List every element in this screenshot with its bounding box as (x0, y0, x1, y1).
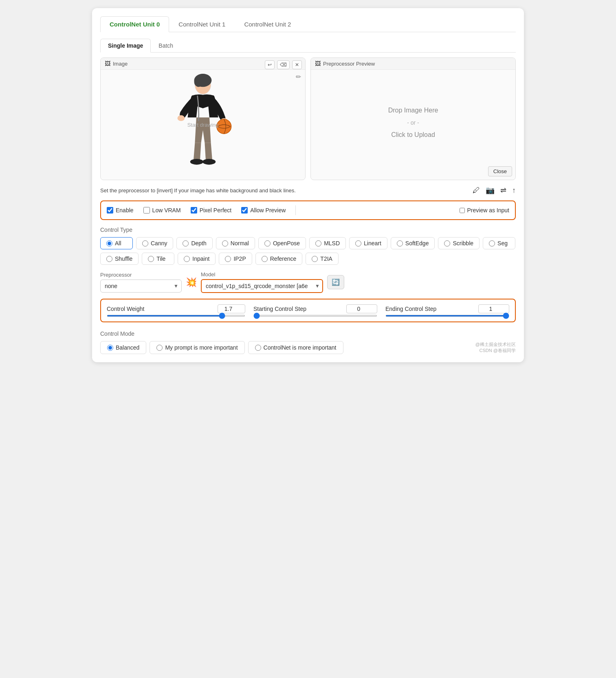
clear-button[interactable]: ⌫ (277, 60, 290, 69)
watermark-line2: CSDN @卷福同学 (475, 348, 516, 354)
arrows-icon[interactable]: ⇌ (500, 186, 506, 195)
starting-step-title: Starting Control Step (253, 306, 306, 312)
radio-ip2p-label: IP2P (233, 255, 246, 262)
radio-canny-label: Canny (151, 240, 167, 247)
ending-step-slider[interactable] (385, 315, 509, 317)
close-panel-button[interactable]: ✕ (292, 60, 302, 69)
ending-step-group: Ending Control Step (385, 304, 509, 317)
pixel-perfect-input[interactable] (191, 207, 197, 214)
preproc-model-row: Preprocessor none canny depth openpose ▼… (100, 271, 516, 293)
radio-t2ia[interactable]: T2IA (306, 253, 339, 265)
enable-label: Enable (116, 207, 134, 214)
preview-as-input-checkbox[interactable]: Preview as Input (460, 207, 510, 214)
mode-balanced[interactable]: Balanced (100, 341, 146, 354)
radio-lineart[interactable]: Lineart (349, 237, 387, 249)
radio-inpaint[interactable]: Inpaint (178, 253, 216, 265)
preprocessor-select[interactable]: none canny depth openpose (100, 280, 182, 293)
radio-scribble-label: Scribble (453, 240, 473, 247)
sliders-row: Control Weight Starting Control Step End… (100, 299, 516, 322)
radio-scribble[interactable]: Scribble (438, 237, 480, 249)
info-row: Set the preprocessor to [invert] If your… (100, 186, 516, 195)
allow-preview-checkbox[interactable]: Allow Preview (241, 207, 286, 214)
right-image-panel[interactable]: 🖼 Preprocessor Preview Drop Image Here -… (310, 57, 516, 180)
mode-prompt-input[interactable] (156, 345, 163, 351)
preprocessor-label: Preprocessor (100, 272, 182, 278)
mode-prompt[interactable]: My prompt is more important (150, 341, 244, 354)
control-mode-section: Control Mode Balanced My prompt is more … (100, 330, 516, 354)
close-button[interactable]: Close (488, 166, 512, 176)
mode-controlnet[interactable]: ControlNet is more important (248, 341, 343, 354)
low-vram-checkbox[interactable]: Low VRAM (143, 207, 181, 214)
undo-button[interactable]: ↩ (265, 60, 275, 69)
mode-balanced-input[interactable] (107, 345, 113, 351)
explosion-icon: 💥 (186, 277, 197, 288)
control-weight-title: Control Weight (107, 306, 144, 312)
tab-controlnet-0[interactable]: ControlNet Unit 0 (100, 16, 169, 32)
radio-seg[interactable]: Seg (483, 237, 515, 249)
enable-input[interactable] (107, 207, 113, 214)
radio-all[interactable]: All (100, 237, 133, 249)
svg-point-6 (190, 159, 203, 165)
main-container: ControlNet Unit 0 ControlNet Unit 1 Cont… (92, 8, 524, 362)
radio-seg-label: Seg (497, 240, 508, 247)
control-weight-group: Control Weight (107, 304, 245, 317)
radio-tile[interactable]: Tile (142, 253, 174, 265)
tab-controlnet-2[interactable]: ControlNet Unit 2 (235, 16, 300, 32)
sub-tabs-row: Single Image Batch (100, 39, 516, 53)
low-vram-label: Low VRAM (152, 207, 181, 214)
ending-step-value[interactable] (478, 304, 509, 313)
pixel-perfect-checkbox[interactable]: Pixel Perfect (191, 207, 232, 214)
low-vram-input[interactable] (143, 207, 150, 214)
pencil-icon[interactable]: 🖊 (473, 186, 480, 195)
svg-point-5 (217, 119, 231, 134)
preprocessor-group: Preprocessor none canny depth openpose ▼ (100, 272, 182, 293)
radio-shuffle-label: Shuffle (115, 255, 132, 262)
camera-icon[interactable]: 📷 (486, 186, 495, 195)
radio-ip2p[interactable]: IP2P (219, 253, 252, 265)
draw-icon: ✏ (296, 73, 301, 81)
radio-all-label: All (115, 240, 121, 247)
left-image-panel[interactable]: 🖼 Image ↩ ⌫ ✕ ✏ (100, 57, 306, 180)
panel-tools: ↩ ⌫ ✕ (265, 60, 302, 69)
ending-step-header: Ending Control Step (385, 304, 509, 313)
radio-normal-label: Normal (231, 240, 249, 247)
radio-depth[interactable]: Depth (176, 237, 212, 249)
radio-openpose-label: OpenPose (273, 240, 300, 247)
mode-prompt-label: My prompt is more important (165, 344, 238, 351)
starting-step-value[interactable] (346, 304, 377, 313)
model-select[interactable]: control_v1p_sd15_qrcode_monster [a6e (201, 279, 323, 293)
radio-softedge[interactable]: SoftEdge (391, 237, 435, 249)
control-mode-label: Control Mode (100, 330, 516, 337)
model-label: Model (201, 271, 323, 277)
refresh-button[interactable]: 🔄 (327, 275, 344, 289)
radio-mlsd-label: MLSD (324, 240, 340, 247)
tab-controlnet-1[interactable]: ControlNet Unit 1 (169, 16, 235, 32)
starting-step-group: Starting Control Step (253, 304, 377, 317)
preprocessor-select-wrapper: none canny depth openpose ▼ (100, 280, 182, 293)
mode-controlnet-input[interactable] (255, 345, 261, 351)
radio-canny[interactable]: Canny (136, 237, 173, 249)
right-panel-body[interactable]: Drop Image Here - or - Click to Upload (311, 70, 515, 176)
control-weight-header: Control Weight (107, 304, 245, 313)
radio-shuffle[interactable]: Shuffle (100, 253, 139, 265)
radio-openpose[interactable]: OpenPose (258, 237, 306, 249)
svg-point-7 (202, 159, 216, 165)
svg-point-3 (178, 115, 185, 121)
separator (295, 205, 296, 215)
drop-zone[interactable]: Drop Image Here - or - Click to Upload (388, 104, 438, 141)
model-group: Model control_v1p_sd15_qrcode_monster [a… (201, 271, 323, 293)
info-text: Set the preprocessor to [invert] If your… (100, 187, 296, 194)
radio-mlsd[interactable]: MLSD (309, 237, 346, 249)
up-arrow-icon[interactable]: ↑ (512, 186, 516, 195)
allow-preview-input[interactable] (241, 207, 248, 214)
enable-checkbox[interactable]: Enable (107, 207, 134, 214)
radio-reference[interactable]: Reference (255, 253, 303, 265)
starting-step-slider[interactable] (253, 315, 377, 317)
radio-normal[interactable]: Normal (216, 237, 255, 249)
preview-as-input-input[interactable] (460, 208, 465, 213)
sub-tab-single-image[interactable]: Single Image (100, 39, 151, 53)
sub-tab-batch[interactable]: Batch (151, 39, 181, 52)
radio-tile-label: Tile (156, 255, 165, 262)
control-weight-slider[interactable] (107, 315, 245, 317)
control-weight-value[interactable] (218, 304, 245, 313)
